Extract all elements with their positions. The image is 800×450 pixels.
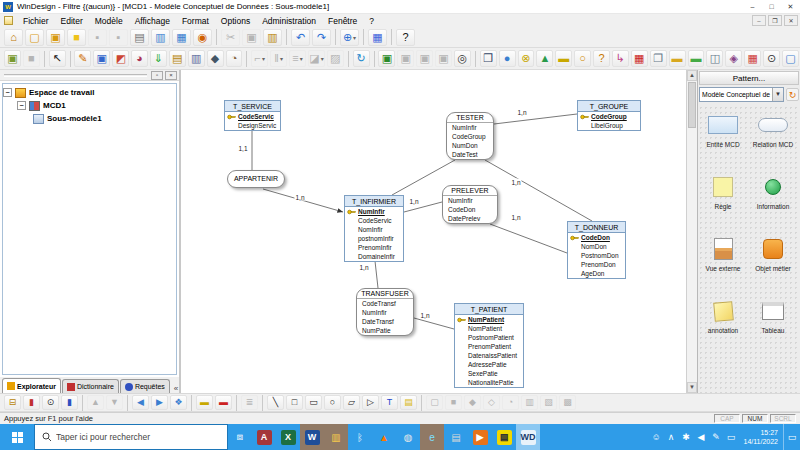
draw-rounded-rect-button[interactable]: ▭ (305, 395, 322, 410)
form-list-button[interactable]: ▥ (188, 50, 205, 67)
windesign-app-button[interactable]: WD (516, 424, 540, 450)
flow-link-button[interactable]: ↳ (612, 50, 629, 67)
volume-icon[interactable]: ◀ (693, 424, 708, 450)
export-button[interactable]: ▦ (172, 29, 191, 46)
expander-icon[interactable]: − (3, 88, 12, 97)
panel-close-button[interactable]: × (165, 71, 177, 80)
open-folder-button[interactable]: ■ (67, 29, 86, 46)
edge-app-button[interactable]: e (420, 424, 444, 450)
pattern-refresh-button[interactable]: ↻ (786, 88, 799, 101)
child-restore-button[interactable]: ❐ (768, 15, 782, 26)
pattern-item-note[interactable]: annotation (698, 297, 748, 359)
menu-format[interactable]: Format (176, 14, 215, 27)
help-shape-button[interactable]: ? (593, 50, 610, 67)
edit-pen-button[interactable]: ✎ (74, 50, 91, 67)
pattern-item-entity[interactable]: Entité MCD (698, 111, 748, 173)
draw-line-button[interactable]: ╲ (267, 395, 284, 410)
scroll-down-arrow[interactable]: ▼ (687, 382, 697, 393)
context-help-button[interactable]: ? (396, 29, 415, 46)
task-view-button[interactable]: ⧈ (228, 424, 252, 450)
chevron-down-icon[interactable]: ▼ (772, 88, 783, 101)
search-input[interactable] (56, 432, 206, 442)
clipboard-button[interactable]: ▤ (169, 50, 186, 67)
menu-editer[interactable]: Editer (55, 14, 89, 27)
zoom-button[interactable]: ⊕▾ (340, 29, 359, 46)
redo-button[interactable]: ↷ (312, 29, 331, 46)
draw-ellipse-button[interactable]: ○ (324, 395, 341, 410)
binoculars-button[interactable]: ◎ (454, 50, 471, 67)
diagram-relation-appartenir[interactable]: APPARTENIR (227, 170, 285, 188)
selection-marquee-button[interactable]: ▢ (782, 50, 799, 67)
folder-objects-button[interactable]: ▬ (669, 50, 686, 67)
forbidden-shape-button[interactable]: ⊗ (518, 50, 535, 67)
tree-item-mcd1[interactable]: − MCD1 (3, 99, 176, 112)
diagram-entity-t_service[interactable]: T_SERVICECodeServicDesignServic (224, 100, 281, 131)
file-explorer-button[interactable]: ▥ (324, 424, 348, 450)
rule-yellow-button[interactable]: ▬ (196, 395, 213, 410)
diagram-relation-prelever[interactable]: PRELEVERNumInfirCodeDonDatePrelev (442, 185, 498, 224)
signal-icon[interactable]: ✱ (678, 424, 693, 450)
user-admin-button[interactable]: ◆ (207, 50, 224, 67)
diagram-relation-tester[interactable]: TESTERNumInfirCodeGroupNumDonDateTest (446, 112, 494, 160)
copy-objects-button[interactable]: ❐ (650, 50, 667, 67)
close-button[interactable]: ✕ (781, 0, 800, 13)
menu-fichier[interactable]: Fichier (17, 14, 55, 27)
draw-text-button[interactable]: T (381, 395, 398, 410)
user-schedule-button[interactable]: ◔ (226, 50, 243, 67)
people-icon[interactable]: ☺ (648, 424, 663, 450)
copy-file-button[interactable]: ▣ (46, 29, 65, 46)
menu-modle[interactable]: Modèle (89, 14, 129, 27)
panel-float-button[interactable]: ▫ (151, 71, 163, 80)
tray-chevron-icon[interactable]: ∧ (663, 424, 678, 450)
paste-button[interactable]: ▥ (263, 29, 282, 46)
diagram-entity-t_groupe[interactable]: T_GROUPECodeGroupLibelGroup (577, 100, 641, 131)
info-shape-button[interactable]: ○ (574, 50, 591, 67)
undo-button[interactable]: ↶ (291, 29, 310, 46)
shapes-group-button[interactable]: ◩ (112, 50, 129, 67)
tab-dictionnaire[interactable]: Dictionnaire (62, 379, 119, 393)
word-app-button[interactable]: W (300, 424, 324, 450)
folder-green-button[interactable]: ▬ (688, 50, 705, 67)
ellipse-shape-button[interactable]: ● (499, 50, 516, 67)
diagram-canvas[interactable]: T_SERVICECodeServicDesignServicAPPARTENI… (181, 70, 686, 393)
search-magnifier-button[interactable]: ⊙ (42, 395, 59, 410)
panel-collapse-button[interactable]: « (171, 384, 181, 393)
layers-button[interactable]: ▣ (378, 50, 395, 67)
vlc-app-button[interactable]: ▲ (372, 424, 396, 450)
pattern-item-info[interactable]: Information (748, 173, 798, 235)
nav-right-button[interactable]: ▶ (151, 395, 168, 410)
tree-item-workspace[interactable]: − Espace de travail (3, 86, 176, 99)
new-file-button[interactable]: ▢ (25, 29, 44, 46)
rule-shape-button[interactable]: ▬ (555, 50, 572, 67)
diagram-relation-transfuser[interactable]: TRANSFUSERCodeTransfNumInfirDateTransfNu… (356, 288, 414, 336)
tab-requtes[interactable]: Requêtes (120, 379, 170, 393)
pattern-item-relation[interactable]: Relation MCD (748, 111, 798, 173)
pattern-item-rule[interactable]: Règle (698, 173, 748, 235)
palette-button[interactable]: ◕ (131, 50, 148, 67)
panel-grip[interactable]: ▫ × (0, 70, 179, 81)
ime-icon[interactable]: ▭ (723, 424, 738, 450)
pen-icon[interactable]: ✎ (708, 424, 723, 450)
rubik-button[interactable]: ▦ (744, 50, 761, 67)
triangle-shape-button[interactable]: ▲ (536, 50, 553, 67)
pattern-model-dropdown[interactable]: Modèle Conceptuel de Don ▼ (699, 87, 784, 102)
tree-item-sous-modele1[interactable]: Sous-modèle1 (3, 112, 176, 125)
new-window-shape-button[interactable]: ❒ (480, 50, 497, 67)
maximize-button[interactable]: □ (762, 0, 781, 13)
pattern-item-object[interactable]: Objet métier (748, 235, 798, 297)
child-document-icon[interactable] (4, 16, 13, 25)
pattern-header-button[interactable]: Pattern... (699, 71, 799, 85)
menu-affichage[interactable]: Affichage (129, 14, 176, 27)
menu-administration[interactable]: Administration (256, 14, 322, 27)
pattern-item-view[interactable]: Vue externe (698, 235, 748, 297)
round-app-button[interactable]: ◍ (396, 424, 420, 450)
notification-center-button[interactable]: ▭ (783, 424, 800, 450)
excel-app-button[interactable]: X (276, 424, 300, 450)
menu-?[interactable]: ? (363, 14, 380, 27)
menu-options[interactable]: Options (215, 14, 256, 27)
access-app-button[interactable]: A (252, 424, 276, 450)
organization-chart-button[interactable]: ▣ (93, 50, 110, 67)
bluetooth-button[interactable]: ᛒ (348, 424, 372, 450)
rule-delete-button[interactable]: ▬ (215, 395, 232, 410)
page-shapes-button[interactable]: ❖ (170, 395, 187, 410)
